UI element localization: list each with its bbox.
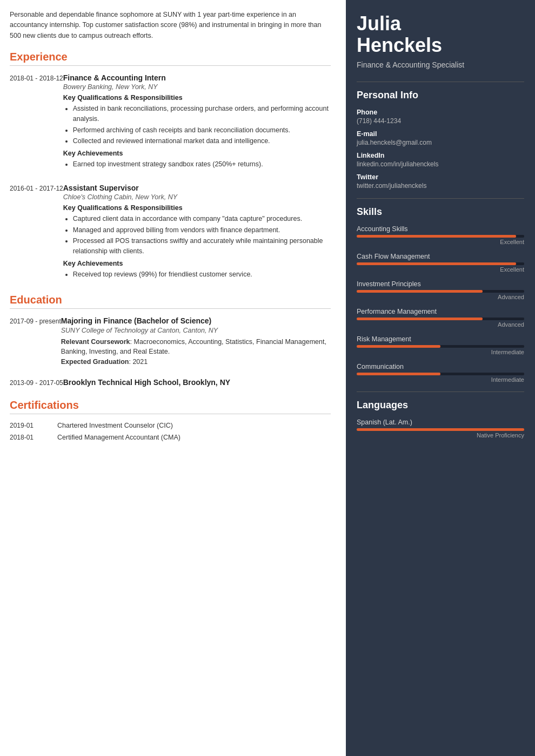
achievements-heading: Key Achievements <box>63 150 331 157</box>
skill-bar-fill <box>357 262 516 265</box>
experience-list: 2018-01 - 2018-12 Finance & Accounting I… <box>10 73 331 283</box>
education-content: Brooklyn Technical High School, Brooklyn… <box>63 378 331 388</box>
languages-section-title: Languages <box>357 400 524 411</box>
qualification-bullet: Assisted in bank reconciliations, proces… <box>73 104 331 124</box>
skill-bar-bg <box>357 345 524 348</box>
qualifications-heading: Key Qualifications & Responsibilities <box>63 204 331 212</box>
job-title: Assistant Supervisor <box>63 184 331 192</box>
skill-item: Accounting Skills Excellent <box>357 225 524 245</box>
achievements-heading: Key Achievements <box>63 260 331 267</box>
skill-item: Performance Management Advanced <box>357 308 524 328</box>
profile-name: Julia Henckels <box>357 13 524 56</box>
skill-item: Communication Intermediate <box>357 363 524 383</box>
skill-bar-bg <box>357 318 524 320</box>
skill-name: Communication <box>357 363 524 370</box>
skill-level: Advanced <box>357 294 524 300</box>
skill-bar-bg <box>357 262 524 265</box>
skills-section-title: Skills <box>357 206 524 218</box>
skill-level: Intermediate <box>357 376 524 383</box>
skill-level: Advanced <box>357 321 524 328</box>
language-level: Native Proficiency <box>357 432 524 438</box>
experience-date: 2018-01 - 2018-12 <box>10 73 63 173</box>
qualification-bullet: Collected and reviewed international mar… <box>73 136 331 146</box>
divider-skills <box>357 198 524 199</box>
skill-name: Cash Flow Management <box>357 253 524 260</box>
personal-info-section-title: Personal Info <box>357 90 524 101</box>
skill-name: Risk Management <box>357 335 524 343</box>
skill-bar-fill <box>357 345 440 348</box>
skill-bar-fill <box>357 235 516 238</box>
education-date: 2017-09 - present <box>10 316 61 367</box>
skill-level: Excellent <box>357 239 524 245</box>
right-column: Julia Henckels Finance & Accounting Spec… <box>346 0 535 756</box>
certifications-section-title: Certifications <box>10 399 331 414</box>
experience-section-title: Experience <box>10 51 331 66</box>
phone-value: (718) 444-1234 <box>357 117 524 125</box>
language-item: Spanish (Lat. Am.) Native Proficiency <box>357 418 524 438</box>
cert-name: Chartered Investment Counselor (CIC) <box>57 422 331 429</box>
graduation-year: Expected Graduation: 2021 <box>61 357 331 367</box>
email-label: E-mail <box>357 130 524 138</box>
skill-bar-fill <box>357 318 483 320</box>
achievements-list: Earned top investment strategy sandbox r… <box>63 159 331 170</box>
skill-bar-bg <box>357 373 524 375</box>
skill-level: Excellent <box>357 266 524 273</box>
cert-date: 2018-01 <box>10 434 57 441</box>
certification-row: 2018-01 Certified Management Accountant … <box>10 434 331 441</box>
education-content: Majoring in Finance (Bachelor of Science… <box>61 316 331 367</box>
divider-languages <box>357 392 524 392</box>
qualification-bullet: Captured client data in accordance with … <box>73 214 331 224</box>
achievement-bullet: Earned top investment strategy sandbox r… <box>73 159 331 170</box>
twitter-label: Twitter <box>357 173 524 181</box>
experience-entry: 2018-01 - 2018-12 Finance & Accounting I… <box>10 73 331 173</box>
certification-row: 2019-01 Chartered Investment Counselor (… <box>10 422 331 429</box>
divider-personal <box>357 82 524 82</box>
linkedin-value: linkedin.com/in/juliahenckels <box>357 160 524 168</box>
twitter-value: twitter.com/juliahenckels <box>357 182 524 190</box>
education-title: Majoring in Finance (Bachelor of Science… <box>61 316 331 325</box>
qualification-bullet: Performed archiving of cash receipts and… <box>73 125 331 136</box>
education-date: 2013-09 - 2017-05 <box>10 378 63 388</box>
experience-date: 2016-01 - 2017-12 <box>10 184 63 283</box>
language-name: Spanish (Lat. Am.) <box>357 418 524 426</box>
education-entry: 2017-09 - present Majoring in Finance (B… <box>10 316 331 367</box>
experience-content: Assistant Supervisor Chloe's Clothing Ca… <box>63 184 331 283</box>
company-name: Chloe's Clothing Cabin, New York, NY <box>63 193 331 201</box>
linkedin-label: LinkedIn <box>357 152 524 159</box>
skill-name: Investment Principles <box>357 280 524 288</box>
email-value: julia.henckels@gmail.com <box>357 139 524 146</box>
coursework: Relevant Coursework: Macroeconomics, Acc… <box>61 337 331 357</box>
education-list: 2017-09 - present Majoring in Finance (B… <box>10 316 331 388</box>
skill-item: Risk Management Intermediate <box>357 335 524 355</box>
qualifications-list: Assisted in bank reconciliations, proces… <box>63 104 331 146</box>
skill-item: Investment Principles Advanced <box>357 280 524 300</box>
qualifications-heading: Key Qualifications & Responsibilities <box>63 94 331 102</box>
job-title: Finance & Accounting Intern <box>63 73 331 82</box>
achievement-bullet: Received top reviews (99%) for friendlie… <box>73 269 331 280</box>
company-name: Bowery Banking, New York, NY <box>63 83 331 91</box>
languages-list: Spanish (Lat. Am.) Native Proficiency <box>357 418 524 438</box>
qualifications-list: Captured client data in accordance with … <box>63 214 331 256</box>
education-entry: 2013-09 - 2017-05 Brooklyn Technical Hig… <box>10 378 331 388</box>
language-bar-fill <box>357 428 524 431</box>
achievements-list: Received top reviews (99%) for friendlie… <box>63 269 331 280</box>
skill-bar-bg <box>357 290 524 293</box>
skill-bar-bg <box>357 235 524 238</box>
experience-content: Finance & Accounting Intern Bowery Banki… <box>63 73 331 173</box>
summary-text: Personable and dependable finance sophom… <box>10 10 331 41</box>
education-title: Brooklyn Technical High School, Brooklyn… <box>63 378 331 387</box>
skill-bar-fill <box>357 373 440 375</box>
institution-name: SUNY College of Technology at Canton, Ca… <box>61 327 331 334</box>
cert-name: Certified Management Accountant (CMA) <box>57 434 331 441</box>
skill-bar-fill <box>357 290 483 293</box>
experience-entry: 2016-01 - 2017-12 Assistant Supervisor C… <box>10 184 331 283</box>
skills-list: Accounting Skills Excellent Cash Flow Ma… <box>357 225 524 383</box>
education-section-title: Education <box>10 294 331 309</box>
qualification-bullet: Processed all POS transactions swiftly a… <box>73 236 331 256</box>
phone-label: Phone <box>357 109 524 116</box>
left-column: Personable and dependable finance sophom… <box>0 0 346 756</box>
certifications-list: 2019-01 Chartered Investment Counselor (… <box>10 422 331 441</box>
skill-level: Intermediate <box>357 349 524 355</box>
cert-date: 2019-01 <box>10 422 57 429</box>
skill-item: Cash Flow Management Excellent <box>357 253 524 273</box>
